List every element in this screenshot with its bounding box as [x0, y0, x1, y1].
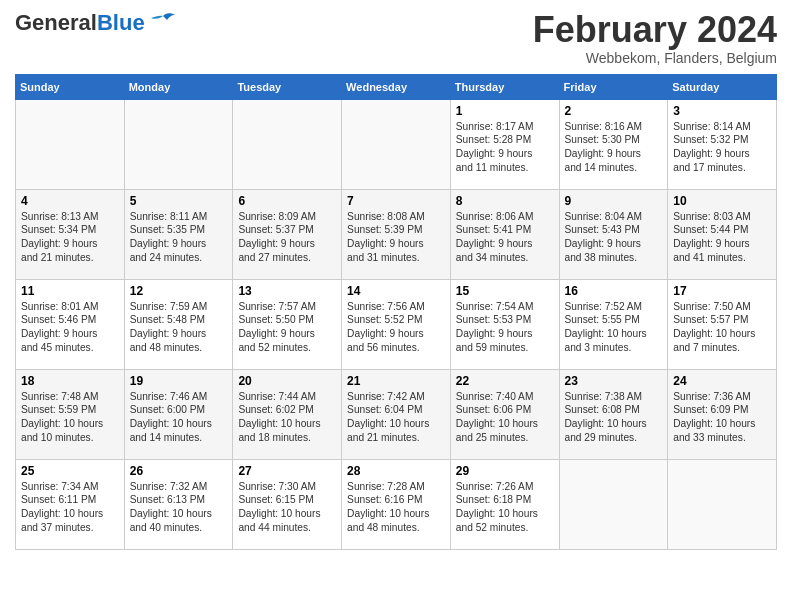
calendar-cell: 17Sunrise: 7:50 AMSunset: 5:57 PMDayligh… [668, 279, 777, 369]
day-info: Sunrise: 7:56 AMSunset: 5:52 PMDaylight:… [347, 300, 445, 355]
day-info: Sunrise: 8:17 AMSunset: 5:28 PMDaylight:… [456, 120, 554, 175]
day-info: Sunrise: 8:08 AMSunset: 5:39 PMDaylight:… [347, 210, 445, 265]
weekday-header-friday: Friday [559, 74, 668, 99]
day-number: 12 [130, 284, 228, 298]
calendar-cell: 12Sunrise: 7:59 AMSunset: 5:48 PMDayligh… [124, 279, 233, 369]
day-info: Sunrise: 8:06 AMSunset: 5:41 PMDaylight:… [456, 210, 554, 265]
calendar-cell [559, 459, 668, 549]
day-info: Sunrise: 8:09 AMSunset: 5:37 PMDaylight:… [238, 210, 336, 265]
calendar-cell: 27Sunrise: 7:30 AMSunset: 6:15 PMDayligh… [233, 459, 342, 549]
logo-text: GeneralBlue [15, 10, 145, 36]
location-subtitle: Webbekom, Flanders, Belgium [533, 50, 777, 66]
calendar-cell: 9Sunrise: 8:04 AMSunset: 5:43 PMDaylight… [559, 189, 668, 279]
day-number: 5 [130, 194, 228, 208]
weekday-header-thursday: Thursday [450, 74, 559, 99]
day-info: Sunrise: 7:42 AMSunset: 6:04 PMDaylight:… [347, 390, 445, 445]
day-number: 13 [238, 284, 336, 298]
day-info: Sunrise: 8:13 AMSunset: 5:34 PMDaylight:… [21, 210, 119, 265]
weekday-header-row: SundayMondayTuesdayWednesdayThursdayFrid… [16, 74, 777, 99]
weekday-header-sunday: Sunday [16, 74, 125, 99]
day-info: Sunrise: 8:14 AMSunset: 5:32 PMDaylight:… [673, 120, 771, 175]
calendar-cell: 19Sunrise: 7:46 AMSunset: 6:00 PMDayligh… [124, 369, 233, 459]
calendar-cell [668, 459, 777, 549]
day-number: 2 [565, 104, 663, 118]
calendar-cell: 6Sunrise: 8:09 AMSunset: 5:37 PMDaylight… [233, 189, 342, 279]
day-number: 11 [21, 284, 119, 298]
calendar-week-row: 25Sunrise: 7:34 AMSunset: 6:11 PMDayligh… [16, 459, 777, 549]
day-number: 3 [673, 104, 771, 118]
day-info: Sunrise: 7:36 AMSunset: 6:09 PMDaylight:… [673, 390, 771, 445]
calendar-cell: 3Sunrise: 8:14 AMSunset: 5:32 PMDaylight… [668, 99, 777, 189]
day-number: 21 [347, 374, 445, 388]
day-number: 10 [673, 194, 771, 208]
day-number: 24 [673, 374, 771, 388]
calendar-cell: 26Sunrise: 7:32 AMSunset: 6:13 PMDayligh… [124, 459, 233, 549]
calendar-cell: 22Sunrise: 7:40 AMSunset: 6:06 PMDayligh… [450, 369, 559, 459]
logo-blue: Blue [97, 10, 145, 35]
day-info: Sunrise: 7:40 AMSunset: 6:06 PMDaylight:… [456, 390, 554, 445]
logo: GeneralBlue [15, 10, 177, 36]
day-number: 27 [238, 464, 336, 478]
weekday-header-saturday: Saturday [668, 74, 777, 99]
day-info: Sunrise: 7:48 AMSunset: 5:59 PMDaylight:… [21, 390, 119, 445]
calendar-cell: 25Sunrise: 7:34 AMSunset: 6:11 PMDayligh… [16, 459, 125, 549]
day-info: Sunrise: 7:32 AMSunset: 6:13 PMDaylight:… [130, 480, 228, 535]
day-info: Sunrise: 7:54 AMSunset: 5:53 PMDaylight:… [456, 300, 554, 355]
calendar-week-row: 11Sunrise: 8:01 AMSunset: 5:46 PMDayligh… [16, 279, 777, 369]
day-info: Sunrise: 8:03 AMSunset: 5:44 PMDaylight:… [673, 210, 771, 265]
weekday-header-monday: Monday [124, 74, 233, 99]
day-info: Sunrise: 8:16 AMSunset: 5:30 PMDaylight:… [565, 120, 663, 175]
calendar-cell: 23Sunrise: 7:38 AMSunset: 6:08 PMDayligh… [559, 369, 668, 459]
day-info: Sunrise: 7:57 AMSunset: 5:50 PMDaylight:… [238, 300, 336, 355]
day-number: 29 [456, 464, 554, 478]
logo-bird-icon [149, 12, 177, 34]
day-info: Sunrise: 7:52 AMSunset: 5:55 PMDaylight:… [565, 300, 663, 355]
day-number: 15 [456, 284, 554, 298]
day-number: 26 [130, 464, 228, 478]
day-number: 23 [565, 374, 663, 388]
calendar-header: SundayMondayTuesdayWednesdayThursdayFrid… [16, 74, 777, 99]
day-number: 28 [347, 464, 445, 478]
calendar-table: SundayMondayTuesdayWednesdayThursdayFrid… [15, 74, 777, 550]
calendar-cell: 21Sunrise: 7:42 AMSunset: 6:04 PMDayligh… [342, 369, 451, 459]
day-number: 22 [456, 374, 554, 388]
day-info: Sunrise: 7:50 AMSunset: 5:57 PMDaylight:… [673, 300, 771, 355]
day-info: Sunrise: 7:30 AMSunset: 6:15 PMDaylight:… [238, 480, 336, 535]
calendar-cell: 28Sunrise: 7:28 AMSunset: 6:16 PMDayligh… [342, 459, 451, 549]
calendar-cell [16, 99, 125, 189]
day-info: Sunrise: 8:04 AMSunset: 5:43 PMDaylight:… [565, 210, 663, 265]
weekday-header-tuesday: Tuesday [233, 74, 342, 99]
calendar-cell: 1Sunrise: 8:17 AMSunset: 5:28 PMDaylight… [450, 99, 559, 189]
day-number: 14 [347, 284, 445, 298]
calendar-cell [124, 99, 233, 189]
day-number: 19 [130, 374, 228, 388]
day-number: 16 [565, 284, 663, 298]
page-header: GeneralBlue February 2024 Webbekom, Flan… [15, 10, 777, 66]
day-info: Sunrise: 7:38 AMSunset: 6:08 PMDaylight:… [565, 390, 663, 445]
day-number: 9 [565, 194, 663, 208]
calendar-cell: 2Sunrise: 8:16 AMSunset: 5:30 PMDaylight… [559, 99, 668, 189]
day-number: 6 [238, 194, 336, 208]
day-info: Sunrise: 7:44 AMSunset: 6:02 PMDaylight:… [238, 390, 336, 445]
calendar-cell [233, 99, 342, 189]
calendar-cell: 16Sunrise: 7:52 AMSunset: 5:55 PMDayligh… [559, 279, 668, 369]
day-info: Sunrise: 7:26 AMSunset: 6:18 PMDaylight:… [456, 480, 554, 535]
calendar-cell [342, 99, 451, 189]
day-number: 7 [347, 194, 445, 208]
calendar-cell: 24Sunrise: 7:36 AMSunset: 6:09 PMDayligh… [668, 369, 777, 459]
day-number: 4 [21, 194, 119, 208]
weekday-header-wednesday: Wednesday [342, 74, 451, 99]
title-area: February 2024 Webbekom, Flanders, Belgiu… [533, 10, 777, 66]
calendar-cell: 7Sunrise: 8:08 AMSunset: 5:39 PMDaylight… [342, 189, 451, 279]
logo-general: General [15, 10, 97, 35]
calendar-week-row: 1Sunrise: 8:17 AMSunset: 5:28 PMDaylight… [16, 99, 777, 189]
day-info: Sunrise: 7:28 AMSunset: 6:16 PMDaylight:… [347, 480, 445, 535]
calendar-cell: 18Sunrise: 7:48 AMSunset: 5:59 PMDayligh… [16, 369, 125, 459]
calendar-cell: 15Sunrise: 7:54 AMSunset: 5:53 PMDayligh… [450, 279, 559, 369]
day-number: 8 [456, 194, 554, 208]
day-info: Sunrise: 7:46 AMSunset: 6:00 PMDaylight:… [130, 390, 228, 445]
day-number: 17 [673, 284, 771, 298]
day-number: 20 [238, 374, 336, 388]
calendar-cell: 10Sunrise: 8:03 AMSunset: 5:44 PMDayligh… [668, 189, 777, 279]
day-number: 1 [456, 104, 554, 118]
